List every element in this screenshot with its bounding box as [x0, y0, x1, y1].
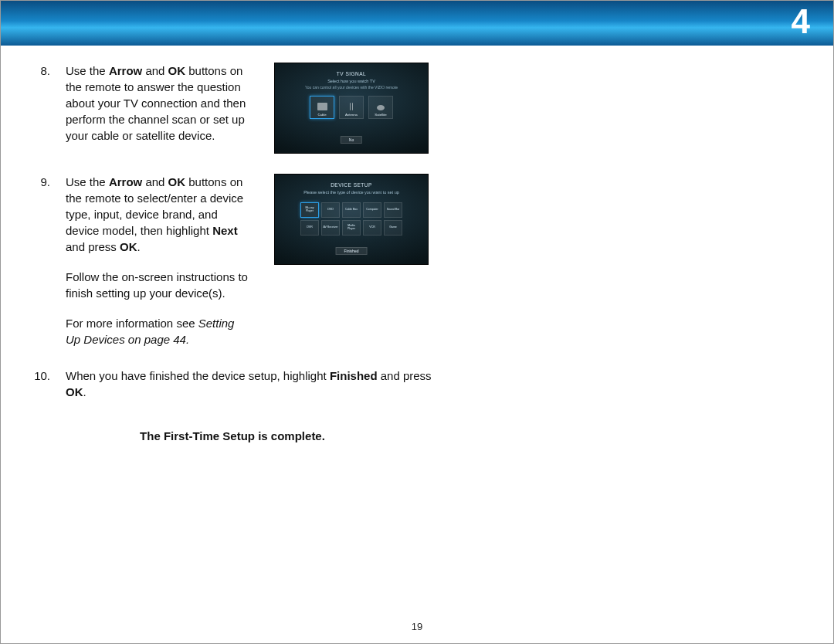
step-number: 9. — [32, 174, 50, 190]
device-option: VCR — [363, 220, 381, 236]
tv-signal-title: TV SIGNAL — [275, 71, 428, 76]
tv-signal-no-button: No — [341, 136, 362, 144]
page-number: 19 — [1, 621, 833, 632]
manual-page: 4 8. Use the Arrow and OK buttons on the… — [0, 0, 834, 644]
device-setup-title: DEVICE SETUP — [275, 182, 428, 188]
step-8-text: Use the Arrow and OK buttons on the remo… — [66, 63, 251, 144]
step-9-p1: Use the Arrow and OK buttons on the remo… — [66, 174, 251, 255]
step-number: 8. — [32, 63, 50, 79]
device-option: Cable Box — [342, 202, 361, 218]
tv-signal-option-antenna: Antenna — [339, 96, 364, 119]
device-option: AV Receiver — [321, 220, 340, 236]
step-10-text: When you have finished the device setup,… — [66, 368, 452, 400]
step-9-p2: Follow the on-screen instructions to fin… — [66, 269, 251, 301]
completion-message: The First-Time Setup is complete. — [32, 429, 433, 442]
step-9-p3: For more information see Setting Up Devi… — [66, 315, 251, 347]
device-option: Media Player — [342, 220, 361, 236]
chapter-banner: 4 — [1, 1, 833, 46]
device-option: Blu-ray Player — [300, 202, 319, 218]
step-10: 10. When you have finished the device se… — [32, 368, 802, 400]
tv-signal-option-satellite: Satellite — [368, 96, 393, 119]
tv-signal-caption: You can control all your devices with th… — [275, 85, 428, 90]
device-option: DVD — [321, 202, 340, 218]
device-option: Sound Bar — [384, 202, 402, 218]
device-option: DVR — [300, 220, 319, 236]
page-content: 8. Use the Arrow and OK buttons on the r… — [32, 63, 802, 442]
device-setup-finished-button: Finished — [336, 247, 368, 255]
chapter-number: 4 — [792, 2, 810, 41]
tv-signal-option-cable: Cable — [310, 96, 334, 119]
tv-signal-subtitle: Select how you watch TV — [275, 79, 428, 83]
device-option: Computer — [363, 202, 381, 218]
step-8: 8. Use the Arrow and OK buttons on the r… — [32, 63, 802, 154]
tv-signal-screenshot: TV SIGNAL Select how you watch TV You ca… — [274, 63, 429, 154]
step-number: 10. — [32, 368, 50, 384]
step-9: 9. Use the Arrow and OK buttons on the r… — [32, 174, 802, 347]
device-setup-screenshot: DEVICE SETUP Please select the type of d… — [274, 174, 429, 265]
device-option: Game — [384, 220, 402, 236]
device-setup-subtitle: Please select the type of device you wan… — [275, 190, 428, 195]
